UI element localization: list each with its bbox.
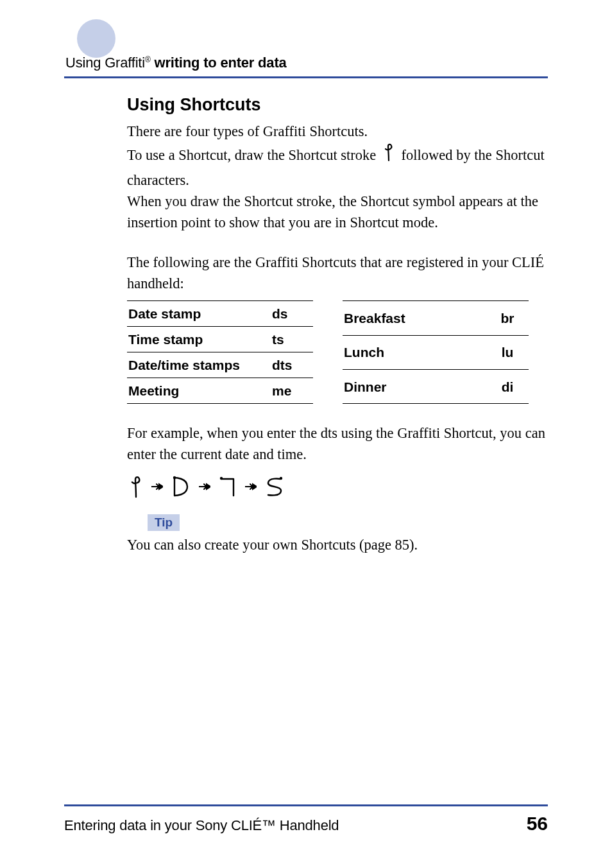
paragraph-1: There are four types of Graffiti Shortcu… xyxy=(127,121,548,143)
paragraph-2a: To use a Shortcut, draw the Shortcut str… xyxy=(127,147,380,163)
shortcut-code: dts xyxy=(268,352,313,378)
shortcut-code: ds xyxy=(268,301,313,327)
registered-symbol: ® xyxy=(145,55,151,64)
table-row: Lunchlu xyxy=(343,335,529,369)
graffiti-d-icon xyxy=(171,474,191,499)
paragraph-3: When you draw the Shortcut stroke, the S… xyxy=(127,191,548,233)
paragraph-2: To use a Shortcut, draw the Shortcut str… xyxy=(127,143,548,191)
page: Using Graffiti® writing to enter data Us… xyxy=(0,0,612,868)
shortcut-stroke-icon xyxy=(128,474,144,499)
shortcuts-tables: Date stampds Time stampts Date/time stam… xyxy=(127,300,548,404)
running-header: Using Graffiti® writing to enter data xyxy=(65,55,287,71)
footer-title: Entering data in your Sony CLIÉ™ Handhel… xyxy=(64,817,339,834)
graffiti-t-icon xyxy=(218,474,237,499)
shortcuts-table-right: Breakfastbr Lunchlu Dinnerdi xyxy=(343,300,529,404)
header-suffix: writing to enter data xyxy=(151,55,287,71)
shortcut-name: Meeting xyxy=(127,378,268,404)
table-row: Meetingme xyxy=(127,378,313,404)
header-prefix: Using Graffiti xyxy=(65,55,145,71)
content-area: Using Shortcuts There are four types of … xyxy=(127,95,548,555)
page-number: 56 xyxy=(527,813,548,835)
table-row: Dinnerdi xyxy=(343,370,529,404)
footer-rule xyxy=(64,804,548,806)
graffiti-sequence xyxy=(128,474,548,499)
shortcut-name: Breakfast xyxy=(343,301,484,335)
shortcuts-table-left: Date stampds Time stampts Date/time stam… xyxy=(127,300,313,404)
tip-label: Tip xyxy=(148,514,180,531)
table-row: Date stampds xyxy=(127,301,313,327)
table-row: Time stampts xyxy=(127,327,313,352)
header-rule xyxy=(64,76,548,78)
shortcut-code: me xyxy=(268,378,313,404)
shortcut-code: lu xyxy=(484,335,529,369)
shortcut-name: Dinner xyxy=(343,370,484,404)
arrow-icon xyxy=(151,482,163,491)
graffiti-s-icon xyxy=(264,474,285,499)
arrow-icon xyxy=(199,482,210,491)
table-row: Breakfastbr xyxy=(343,301,529,335)
shortcut-code: ts xyxy=(268,327,313,352)
paragraph-5: For example, when you enter the dts usin… xyxy=(127,423,548,465)
tip-text: You can also create your own Shortcuts (… xyxy=(127,535,548,556)
shortcut-code: di xyxy=(484,370,529,404)
shortcut-name: Time stamp xyxy=(127,327,268,352)
table-row: Date/time stampsdts xyxy=(127,352,313,378)
footer: Entering data in your Sony CLIÉ™ Handhel… xyxy=(64,804,548,835)
shortcut-code: br xyxy=(484,301,529,335)
shortcut-name: Date stamp xyxy=(127,301,268,327)
header-circle-decor xyxy=(77,19,115,58)
shortcut-name: Lunch xyxy=(343,335,484,369)
section-heading: Using Shortcuts xyxy=(127,95,548,115)
shortcut-name: Date/time stamps xyxy=(127,352,268,378)
arrow-icon xyxy=(245,482,257,491)
shortcut-stroke-icon xyxy=(382,143,395,168)
paragraph-4: The following are the Graffiti Shortcuts… xyxy=(127,252,548,294)
